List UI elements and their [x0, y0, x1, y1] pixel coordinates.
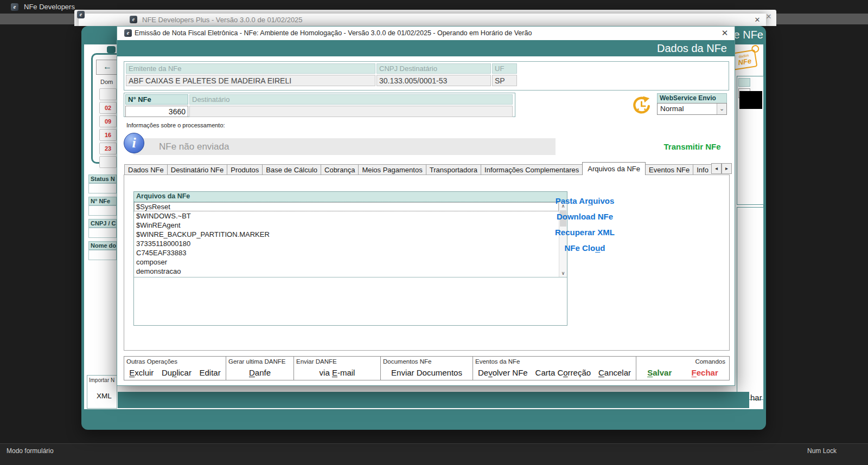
group-title: Enviar DANFE	[295, 358, 379, 365]
dialog-titlebar: e Emissão de Nota Fiscal Eletrônica - NF…	[117, 27, 735, 40]
tab-produtos[interactable]: Produtos	[227, 164, 263, 175]
link-pasta-arquivos[interactable]: Pasta Arquivos	[547, 196, 623, 206]
webservice-value: Normal	[658, 104, 726, 114]
group-title: Eventos da NFe	[474, 358, 635, 365]
action-salvar[interactable]: Salvar	[647, 368, 672, 377]
tab-informa-es-complementares[interactable]: Informações Complementares	[481, 164, 583, 175]
link-nfe-cloud[interactable]: NFe Cloud	[547, 243, 623, 253]
file-list-item[interactable]: composer	[134, 257, 559, 267]
tab-cobran-a[interactable]: Cobrança	[321, 164, 359, 175]
import-xml-group: Importar N XML	[87, 375, 117, 409]
action-group-enviar-danfe: Enviar DANFE via E-mail	[294, 357, 381, 380]
field-cnpj[interactable]	[88, 228, 117, 238]
file-list-item[interactable]: $SysReset	[134, 202, 559, 211]
file-list-item[interactable]: $WinREAgent	[134, 221, 559, 230]
tab-destinat-rio-nfe[interactable]: Destinatário NFe	[167, 164, 228, 175]
field-nome[interactable]	[88, 250, 117, 260]
cnpj-value: 30.133.005/0001-53	[376, 75, 491, 86]
file-list-item[interactable]: C745EAF33883	[134, 248, 559, 257]
emitente-header: Emitente da NFe	[126, 63, 375, 74]
main-window-title: NFE Developers Plus - Versão 3.0.0 de 01…	[142, 16, 303, 24]
status-bar: Modo formulário Num Lock	[0, 443, 868, 465]
calendar-knob	[107, 46, 116, 53]
transmit-nfe-link[interactable]: Transmitir NFe	[660, 142, 725, 151]
dialog-title: Emissão de Nota Fiscal Eletrônica - NFe:…	[135, 29, 532, 37]
action-group-outras-operacoes: Outras Operações ExcluirDuplicarEditar	[124, 357, 226, 380]
calendar-day-23[interactable]: 23	[99, 143, 117, 154]
main-window-titlebar: e NFE Developers Plus - Versão 3.0.0 de …	[79, 14, 766, 26]
background-panel-bottom	[737, 207, 764, 400]
link-download-nfe[interactable]: Download NFe	[547, 212, 623, 222]
field-nfe[interactable]	[88, 205, 117, 216]
action-via-e-mail[interactable]: via E-mail	[320, 368, 355, 377]
action-group-comandos: Comandos SalvarFechar	[636, 357, 729, 380]
action-fechar[interactable]: Fechar	[692, 368, 718, 377]
files-group: Arquivos da NFe $SysReset$WINDOWS.~BT$Wi…	[133, 191, 567, 326]
history-icon[interactable]	[631, 95, 652, 115]
field-status[interactable]	[88, 183, 117, 193]
main-window-close-icon[interactable]: ✕	[753, 16, 762, 24]
action-carta-corre-o[interactable]: Carta Correção	[535, 368, 591, 377]
calendar-day-16[interactable]: 16	[99, 129, 117, 141]
action-group-gerar-danfe: Gerar ultima DANFE Danfe	[226, 357, 294, 380]
dialog-close-icon[interactable]: ✕	[720, 29, 729, 37]
webservice-group: WebService Envio Normal ⌄	[657, 93, 727, 115]
group-title: Comandos	[637, 358, 728, 365]
emitter-table: Emitente da NFe CNPJ Destinatário UF ABF…	[124, 61, 729, 91]
action-excluir[interactable]: Excluir	[129, 368, 154, 377]
action-duplicar[interactable]: Duplicar	[162, 368, 192, 377]
file-list-item[interactable]: 37335118000180	[134, 239, 559, 248]
files-header: Arquivos da NFe	[134, 192, 567, 202]
calendar-day-02[interactable]: 02	[99, 102, 117, 114]
uf-header: UF	[492, 63, 517, 74]
file-list-item[interactable]: $WINDOWS.~BT	[134, 211, 559, 221]
action-danfe[interactable]: Danfe	[249, 368, 271, 377]
status-mode: Modo formulário	[7, 447, 54, 455]
background-fechar-fragment: har	[750, 393, 762, 402]
destinatario-input[interactable]	[189, 106, 513, 117]
nfe-number-input[interactable]: 3660	[125, 106, 188, 117]
tab-transportadora[interactable]: Transportadora	[426, 164, 481, 175]
chevron-down-icon[interactable]: ⌄	[717, 104, 726, 114]
calendar-day-empty[interactable]	[99, 88, 117, 100]
calendar-back-button[interactable]: ←	[96, 60, 119, 75]
link-recuperar-xml[interactable]: Recuperar XML	[547, 228, 623, 237]
tab-strip: Dados NFeDestinatário NFeProdutosBase de…	[124, 162, 711, 175]
action-group-documentos: Documentos NFe Enviar Documentos	[381, 357, 473, 380]
desktop: e NFe Developers – ✕ ✕ e e NFE Developer…	[0, 0, 868, 465]
tab-eventos-nfe[interactable]: Eventos NFe	[645, 164, 693, 175]
action-devolver-nfe[interactable]: Devolver NFe	[478, 368, 528, 377]
tab-base-de-c-lculo[interactable]: Base de Cálculo	[262, 164, 321, 175]
action-group-eventos: Eventos da NFe Devolver NFeCarta Correçã…	[473, 357, 636, 380]
tab-info[interactable]: Info	[693, 164, 711, 175]
destinatario-header: Destinatário	[189, 94, 513, 105]
group-title: Outras Operações	[125, 358, 225, 365]
nfe-dialog: e Emissão de Nota Fiscal Eletrônica - NF…	[117, 26, 735, 386]
os-window-title: NFe Developers	[24, 3, 75, 11]
calendar-day-empty[interactable]	[99, 156, 117, 168]
scroll-down-icon[interactable]: ∨	[559, 269, 567, 277]
action-cancelar[interactable]: Cancelar	[598, 368, 631, 377]
barcode-block	[739, 91, 762, 109]
action-bar: Outras Operações ExcluirDuplicarEditar G…	[124, 356, 730, 380]
cnpj-header: CNPJ Destinatário	[376, 63, 491, 74]
xml-button[interactable]: XML	[97, 392, 112, 400]
dialog-icon: e	[124, 29, 132, 37]
tab-arquivos-da-nfe[interactable]: Arquivos da NFe	[582, 162, 646, 175]
field-label-cnpj: CNPJ / C	[88, 219, 117, 228]
action-enviar-documentos[interactable]: Enviar Documentos	[391, 368, 462, 377]
file-list-item[interactable]: $WINRE_BACKUP_PARTITION.MARKER	[134, 230, 559, 239]
file-list-item[interactable]: demonstracao	[134, 267, 559, 276]
processing-status: NFe não enviada	[133, 138, 556, 155]
tab-scroll-left[interactable]: ◂	[711, 163, 722, 174]
webservice-select[interactable]: Normal ⌄	[657, 103, 727, 115]
calendar-day-09[interactable]: 09	[99, 115, 117, 127]
action-editar[interactable]: Editar	[200, 368, 221, 377]
tab-dados-nfe[interactable]: Dados NFe	[124, 164, 168, 175]
tab-scroll-right[interactable]: ▸	[722, 163, 732, 174]
nfe-number-table: N° NFe Destinatário 3660	[124, 93, 515, 117]
files-list[interactable]: $SysReset$WINDOWS.~BT$WinREAgent$WINRE_B…	[134, 202, 567, 277]
nfe-logo-tag: dados NFe	[731, 49, 757, 70]
info-icon: i	[124, 133, 144, 153]
tab-meios-pagamentos[interactable]: Meios Pagamentos	[358, 164, 426, 175]
